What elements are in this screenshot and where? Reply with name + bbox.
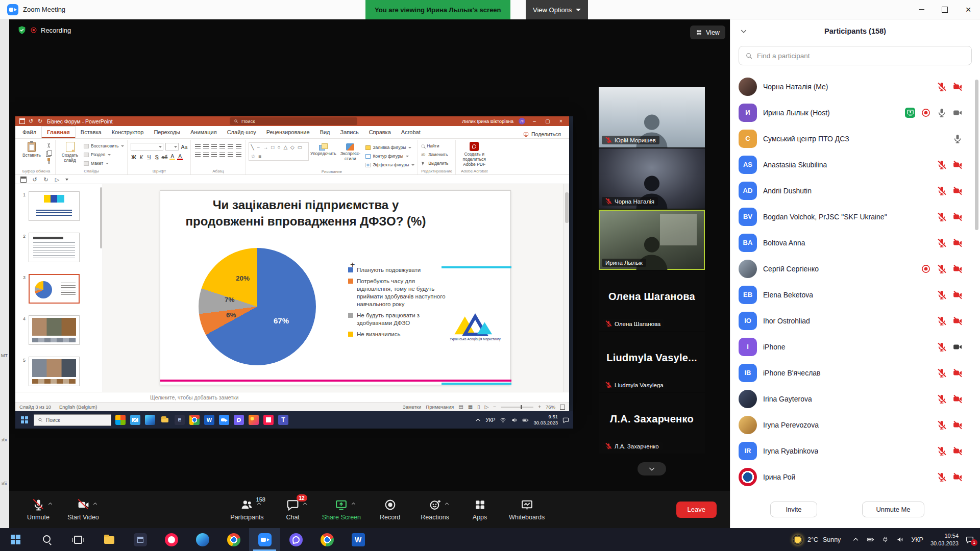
quick-access-toolbar: ↺ ↻	[15, 175, 569, 184]
participant-row[interactable]: AS Anastasiia Skubilina	[730, 152, 980, 178]
share-screen-button[interactable]: Share Screen	[322, 498, 361, 521]
bold-button: Ж	[131, 154, 136, 160]
leave-button[interactable]: Leave	[676, 502, 717, 518]
edge-icon[interactable]	[187, 528, 218, 551]
participants-button[interactable]: 158 Participants	[230, 498, 263, 521]
video-icon	[952, 108, 963, 118]
video-tile-yurii-moryshev[interactable]: Юрій Моришев	[599, 87, 705, 147]
opera-icon[interactable]	[156, 528, 187, 551]
participant-row[interactable]: C Сумський центр ПТО ДСЗ	[730, 126, 980, 152]
apps-button[interactable]: Apps	[464, 498, 496, 521]
ppt-status-bar: Слайд 3 из 10 English (Belgium) Заметки …	[15, 402, 569, 411]
video-tile-zakharchenko[interactable]: Л.А. Захарченко Л.А. Захарченко	[599, 393, 705, 454]
word-icon[interactable]	[342, 528, 374, 551]
language-indicator[interactable]: УКР	[911, 536, 923, 543]
invite-button[interactable]: Invite	[770, 502, 817, 517]
video-tile-olena-shahanova[interactable]: Олена Шаганова Олена Шаганова	[599, 271, 705, 331]
normal-view-icon	[458, 404, 463, 410]
zoom-app-icon[interactable]	[249, 528, 280, 551]
presenter-search-box: Поиск	[34, 414, 111, 426]
hidden-icons-chevron[interactable]	[852, 536, 860, 543]
shape-glyph: →	[263, 143, 268, 151]
legend-swatch	[348, 313, 353, 318]
participant-row[interactable]: I iPhone	[730, 334, 980, 360]
participant-row[interactable]: IR Iryna Ryabinkova	[730, 438, 980, 464]
customize-toolbar-icon	[65, 179, 68, 181]
unmute-button[interactable]: Unmute	[22, 498, 54, 521]
start-button[interactable]	[0, 528, 31, 551]
participant-row[interactable]: Ірина Рой	[730, 464, 980, 489]
reactions-button[interactable]: Reactions	[419, 498, 451, 521]
video-tile-iryna-lylyk[interactable]: Ирина Лылык	[599, 210, 705, 270]
maximize-button[interactable]	[933, 0, 957, 19]
legend-swatch	[348, 332, 353, 337]
participant-row[interactable]: IO Ihor Ostrohliad	[730, 308, 980, 334]
record-button[interactable]: Record	[374, 498, 406, 521]
chat-button[interactable]: 12 Chat	[277, 498, 309, 521]
participants-scrollbar[interactable]	[975, 80, 978, 230]
mic-muted-icon	[937, 342, 947, 352]
store-icon[interactable]	[125, 528, 156, 551]
minimize-button[interactable]	[910, 0, 933, 19]
participant-name: Elena Beketova	[763, 291, 813, 299]
battery-icon[interactable]	[867, 536, 874, 543]
participant-row[interactable]: BA Boltova Anna	[730, 230, 980, 256]
teams-icon	[278, 415, 288, 425]
speaker-icon[interactable]	[896, 536, 904, 543]
chrome-icon-2[interactable]	[311, 528, 342, 551]
comments-toggle: Примечания	[426, 404, 454, 410]
start-video-button[interactable]: Start Video	[67, 498, 99, 521]
view-layout-button[interactable]: View	[690, 26, 725, 39]
viber-icon[interactable]	[280, 528, 311, 551]
ppt-ribbon: Вставить Буфер обмена	[15, 139, 569, 175]
close-button[interactable]	[957, 0, 980, 19]
participant-name: Ihor Ostrohliad	[763, 317, 810, 325]
shape-outline-button: Контур фигуры	[365, 153, 414, 160]
view-options-button[interactable]: View Options	[526, 0, 588, 19]
video-off-icon	[952, 264, 963, 274]
chrome-icon[interactable]	[218, 528, 249, 551]
video-tile-liudmyla-vasylega[interactable]: Liudmyla Vasyle... Liudmyla Vasylega	[599, 332, 705, 392]
collapse-panel-icon[interactable]	[740, 27, 748, 35]
slide: Чи зацікавлені підприємства у продовженн…	[160, 190, 511, 385]
participant-row[interactable]: BV Bogdan Volchok, PrJSC "SKF Ukraine"	[730, 204, 980, 230]
ppt-tab: Рецензирование	[261, 126, 315, 138]
notification-badge: 1	[971, 539, 977, 546]
taskbar-clock[interactable]: 10:54 30.03.2023	[930, 532, 959, 547]
desktop-text-fragment: збі	[1, 481, 7, 486]
participants-footer: Invite Unmute Me	[730, 502, 980, 518]
task-view-button[interactable]	[62, 528, 93, 551]
desktop-text-fragment: збі	[1, 437, 7, 442]
usb-icon[interactable]	[881, 536, 889, 543]
ppt-share-button: Поделиться	[523, 129, 561, 140]
participant-search-input[interactable]	[757, 52, 965, 60]
more-videos-button[interactable]	[638, 462, 666, 475]
slide-thumbnail: 3	[20, 274, 103, 304]
participant-row[interactable]: Сергій Сергіенко	[730, 256, 980, 282]
participant-row[interactable]: IB iPhone В'ячеслав	[730, 360, 980, 386]
video-tile-chorna-nataliia[interactable]: Чорна Наталія	[599, 148, 705, 209]
participant-row[interactable]: Irina Gayterova	[730, 386, 980, 412]
video-on-icon	[952, 342, 963, 352]
shape-glyph: ◇	[290, 143, 295, 151]
weather-widget[interactable]: 2°C Sunny	[789, 535, 845, 545]
highlight-color-button: А	[169, 154, 175, 161]
opera-icon	[263, 415, 274, 425]
participant-search[interactable]	[739, 46, 972, 65]
fit-slide-icon	[560, 405, 565, 410]
participant-row[interactable]: И Ирина Лылык (Host)	[730, 99, 980, 126]
taskbar-search-button[interactable]	[31, 528, 62, 551]
whiteboards-button[interactable]: Whiteboards	[509, 498, 545, 521]
notification-center-icon[interactable]: 1	[966, 536, 974, 544]
participant-row[interactable]: Чорна Наталія (Me)	[730, 73, 980, 99]
participants-header: Participants (158)	[730, 19, 980, 43]
find-button: Найти	[421, 142, 451, 149]
file-explorer-icon[interactable]	[93, 528, 125, 551]
presenter-system-tray: УКР 9:51 30.03.2023	[475, 414, 569, 426]
video-off-icon	[952, 238, 963, 248]
mic-muted-icon	[937, 212, 947, 222]
unmute-me-button[interactable]: Unmute Me	[862, 502, 924, 517]
participant-row[interactable]: AD Andrii Dushutin	[730, 178, 980, 204]
participant-row[interactable]: EB Elena Beketova	[730, 282, 980, 308]
participant-row[interactable]: Iryna Perevozova	[730, 412, 980, 438]
